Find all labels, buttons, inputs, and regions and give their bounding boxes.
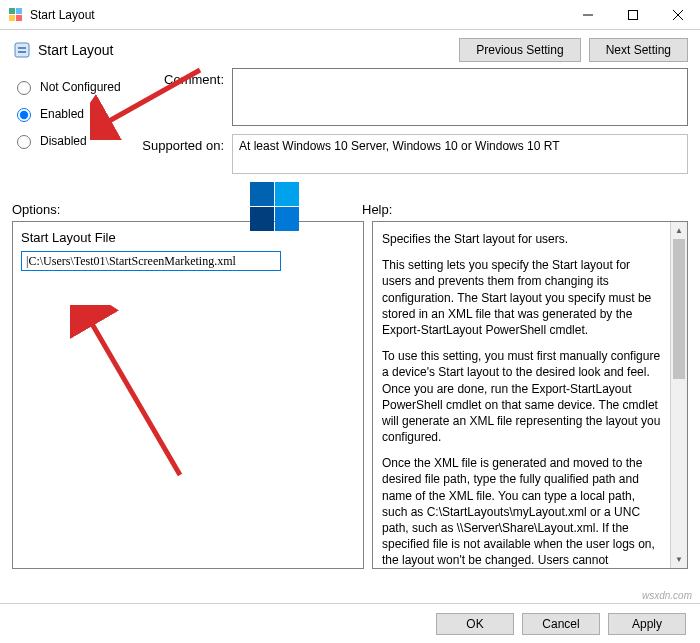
radio-disabled[interactable]: Disabled [12, 132, 142, 149]
ok-button[interactable]: OK [436, 613, 514, 635]
radio-disabled-input[interactable] [17, 135, 31, 149]
help-text: Specifies the Start layout for users. Th… [374, 223, 669, 567]
scroll-down-icon[interactable]: ▼ [671, 551, 687, 568]
svg-rect-8 [15, 43, 29, 57]
apply-button[interactable]: Apply [608, 613, 686, 635]
help-scrollbar[interactable]: ▲ ▼ [670, 222, 687, 568]
radio-disabled-label: Disabled [40, 134, 87, 148]
watermark: wsxdn.com [642, 590, 692, 601]
radio-not-configured-label: Not Configured [40, 80, 121, 94]
radio-not-configured-input[interactable] [17, 81, 31, 95]
previous-setting-button[interactable]: Previous Setting [459, 38, 580, 62]
app-icon [8, 7, 24, 23]
help-p1: Specifies the Start layout for users. [382, 231, 661, 247]
help-pane: Specifies the Start layout for users. Th… [372, 221, 688, 569]
dialog-footer: OK Cancel Apply [0, 603, 700, 643]
radio-enabled-input[interactable] [17, 108, 31, 122]
comment-input[interactable] [232, 68, 688, 126]
svg-rect-1 [16, 8, 22, 14]
svg-rect-9 [18, 47, 26, 49]
radio-not-configured[interactable]: Not Configured [12, 78, 142, 95]
help-p2: This setting lets you specify the Start … [382, 257, 661, 338]
supported-text: At least Windows 10 Server, Windows 10 o… [232, 134, 688, 174]
cancel-button[interactable]: Cancel [522, 613, 600, 635]
setting-header: Start Layout Previous Setting Next Setti… [0, 30, 700, 66]
start-layout-file-label: Start Layout File [21, 230, 355, 245]
radio-enabled[interactable]: Enabled [12, 105, 142, 122]
window-title: Start Layout [30, 8, 565, 22]
close-button[interactable] [655, 0, 700, 30]
svg-rect-5 [628, 10, 637, 19]
scroll-thumb[interactable] [673, 239, 685, 379]
help-p3: To use this setting, you must first manu… [382, 348, 661, 445]
help-label: Help: [362, 202, 392, 217]
logo-overlay [250, 182, 300, 232]
next-setting-button[interactable]: Next Setting [589, 38, 688, 62]
setting-icon [12, 40, 32, 60]
maximize-button[interactable] [610, 0, 655, 30]
minimize-button[interactable] [565, 0, 610, 30]
svg-rect-10 [18, 51, 26, 53]
state-radio-group: Not Configured Enabled Disabled [12, 68, 142, 182]
svg-rect-3 [16, 15, 22, 21]
titlebar: Start Layout [0, 0, 700, 30]
start-layout-file-input[interactable] [21, 251, 281, 271]
scroll-up-icon[interactable]: ▲ [671, 222, 687, 239]
radio-enabled-label: Enabled [40, 107, 84, 121]
options-label: Options: [12, 202, 362, 217]
comment-label: Comment: [142, 68, 232, 87]
svg-rect-2 [9, 15, 15, 21]
options-pane: Start Layout File [12, 221, 364, 569]
help-p4: Once the XML file is generated and moved… [382, 455, 661, 567]
setting-title: Start Layout [38, 42, 451, 58]
svg-rect-0 [9, 8, 15, 14]
supported-label: Supported on: [142, 134, 232, 153]
